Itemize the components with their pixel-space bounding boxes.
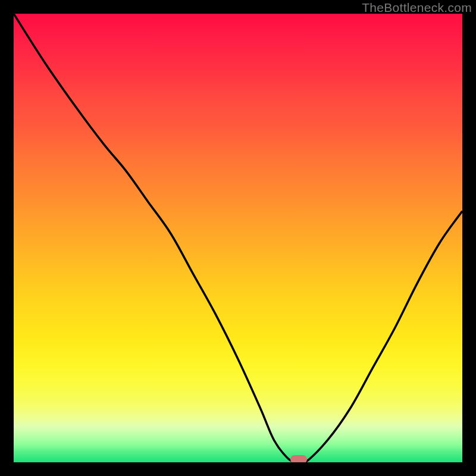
optimal-point-marker (290, 455, 307, 462)
curve-path (14, 14, 462, 462)
chart-frame: TheBottleneck.com (0, 0, 476, 476)
watermark-text: TheBottleneck.com (362, 1, 472, 15)
plot-area (14, 14, 462, 462)
bottleneck-curve (14, 14, 462, 462)
